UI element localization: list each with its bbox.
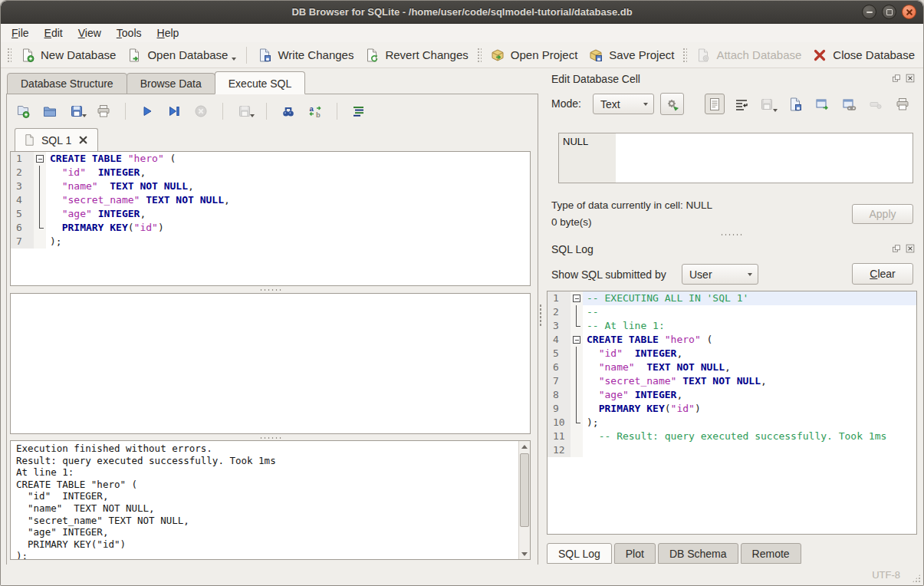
new-database-icon [20,48,35,63]
editor-results-splitter[interactable] [10,286,531,293]
apply-button[interactable]: Apply [852,204,913,224]
import-cell-button[interactable] [785,94,805,114]
menu-file[interactable]: File [4,25,37,41]
open-sql-file-button[interactable] [40,101,60,121]
main-toolbar: New Database Open Database Write Changes… [1,42,923,68]
close-tab-icon[interactable] [77,133,90,146]
close-dock-icon[interactable] [905,73,916,84]
execute-line-button[interactable] [164,101,184,121]
toolbar-drag-handle[interactable] [477,48,482,63]
apply-mode-button[interactable] [660,93,684,115]
cell-value-editor[interactable]: NULL [558,133,913,183]
open-database-button[interactable]: Open Database [121,44,242,66]
print-button[interactable] [94,101,113,121]
code-line-1[interactable]: 1-- EXECUTING ALL IN 'SQL 1' [547,291,916,305]
write-changes-button[interactable]: Write Changes [252,44,359,66]
clear-log-button[interactable]: Clear [852,263,913,285]
bottom-tab-remote[interactable]: Remote [741,543,801,564]
code-line-4[interactable]: 4CREATE TABLE "hero" ( [547,333,916,347]
close-dock-icon[interactable] [905,243,916,254]
execute-all-button[interactable] [137,101,157,121]
close-button[interactable] [902,5,916,19]
stop-button[interactable] [191,101,211,121]
save-sql-file-button[interactable] [67,101,87,121]
format-sql-button[interactable] [349,101,369,121]
main-tab-database-structure[interactable]: Database Structure [7,73,127,94]
cell-value: NULL [559,133,616,183]
code-line-6[interactable]: 6 PRIMARY KEY("id") [11,221,530,235]
minimize-button[interactable] [862,5,876,19]
scrollbar-thumb[interactable] [520,453,529,527]
results-grid-pane[interactable] [10,293,531,434]
code-line-11[interactable]: 11 -- Result: query executed successfull… [547,430,916,443]
code-line-3[interactable]: 3 "name" TEXT NOT NULL, [11,179,530,193]
revert-changes-button[interactable]: Revert Changes [359,44,473,66]
find-button[interactable] [278,101,298,121]
bottom-tab-db-schema[interactable]: DB Schema [658,543,738,564]
menu-edit[interactable]: Edit [37,25,71,41]
toolbar-separator [246,47,247,64]
code-line-1[interactable]: 1CREATE TABLE "hero" ( [11,152,530,166]
code-line-7[interactable]: 7 "secret_name" TEXT NOT NULL, [547,374,916,388]
save-results-button[interactable] [235,101,255,121]
bottom-tab-sql-log[interactable]: SQL Log [547,543,612,564]
scroll-up-icon[interactable] [519,441,530,452]
main-vertical-splitter[interactable] [539,304,542,327]
code-line-6[interactable]: 6 "name" TEXT NOT NULL, [547,360,916,374]
float-dock-icon[interactable] [891,243,902,254]
toolbar-drag-handle[interactable] [682,48,687,63]
log-filter-select[interactable]: User [682,264,758,285]
bottom-tab-bar: SQL LogPlotDB SchemaRemote [547,543,804,564]
maximize-button[interactable] [882,5,896,19]
splitter-handle-icon [259,288,282,291]
stop-icon [193,104,209,119]
attach-database-button[interactable]: Attach Database [690,44,807,66]
open-database-dropdown-icon[interactable] [232,58,236,61]
new-database-button[interactable]: New Database [15,44,121,66]
message-line: At line 1: [16,466,512,479]
text-mode-button[interactable] [705,94,725,114]
menu-view[interactable]: View [71,25,109,41]
save-cell-button[interactable] [758,94,778,114]
bottom-tab-plot[interactable]: Plot [614,543,656,564]
save-project-button[interactable]: Save Project [583,44,679,66]
menu-tools[interactable]: Tools [109,25,150,41]
sql-toolbar-separator [266,103,267,120]
sql-tab[interactable]: SQL 1 [15,128,98,151]
code-line-2[interactable]: 2-- [547,305,916,319]
link-cell-button[interactable] [839,94,859,114]
code-line-9[interactable]: 9 PRIMARY KEY("id") [547,402,916,416]
new-tab-button[interactable] [13,101,33,121]
code-line-8[interactable]: 8 "age" INTEGER, [547,388,916,402]
toolbar-drag-handle[interactable] [7,48,12,63]
code-line-2[interactable]: 2 "id" INTEGER, [11,166,530,179]
code-line-12[interactable]: 12 [547,443,916,457]
print-cell-button[interactable] [893,94,912,114]
dock-splitter[interactable] [720,233,743,236]
float-dock-icon[interactable] [891,73,902,84]
code-line-3[interactable]: 3-- At line 1: [547,319,916,333]
results-message-pane[interactable]: Execution finished without errors.Result… [10,440,531,560]
export-cell-button[interactable] [812,94,832,114]
sql-editor[interactable]: 1CREATE TABLE "hero" (2 "id" INTEGER,3 "… [10,151,531,286]
word-wrap-button[interactable] [732,94,751,114]
sql-log-editor[interactable]: 1-- EXECUTING ALL IN 'SQL 1'2--3-- At li… [547,291,917,535]
mode-select[interactable]: Text [593,94,654,114]
resize-grip[interactable] [912,574,921,583]
code-line-10[interactable]: 10); [547,416,916,430]
main-tab-browse-data[interactable]: Browse Data [127,73,215,94]
message-scrollbar[interactable] [518,441,530,559]
code-line-5[interactable]: 5 "age" INTEGER, [11,207,530,221]
code-line-7[interactable]: 7); [11,235,530,249]
code-line-5[interactable]: 5 "id" INTEGER, [547,347,916,360]
open-project-button[interactable]: Open Project [485,44,584,66]
menu-help[interactable]: Help [150,25,187,41]
scroll-down-icon[interactable] [519,548,530,559]
title-bar[interactable]: DB Browser for SQLite - /home/user/code/… [1,1,923,24]
null-toggle-button[interactable] [866,94,886,114]
code-line-4[interactable]: 4 "secret_name" TEXT NOT NULL, [11,193,530,207]
main-tab-execute-sql[interactable]: Execute SQL [215,71,306,94]
message-line: "secret_name" TEXT NOT NULL, [16,515,512,527]
close-database-button[interactable]: Close Database [807,44,920,66]
find-replace-button[interactable]: ab [305,101,325,121]
